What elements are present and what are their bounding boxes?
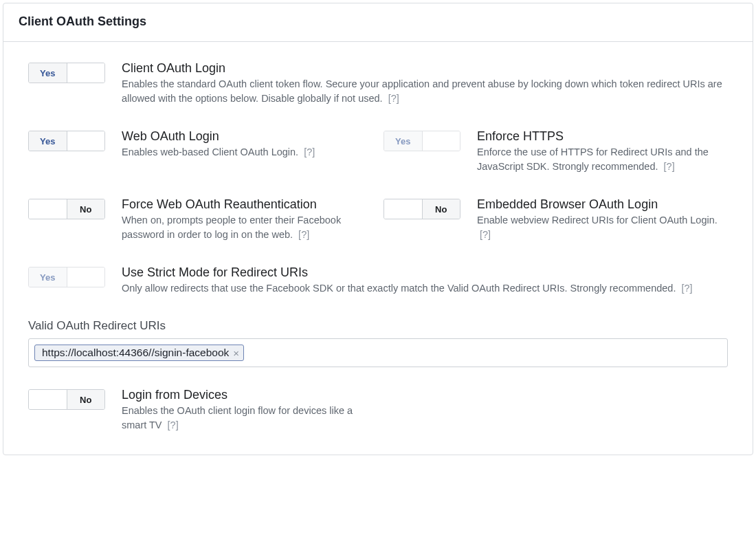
help-icon[interactable]: [?] (388, 93, 399, 104)
option-title: Embedded Browser OAuth Login (477, 197, 728, 212)
remove-token-icon[interactable]: × (233, 347, 239, 359)
option-title: Use Strict Mode for Redirect URIs (122, 265, 728, 280)
toggle-no: No (67, 131, 105, 151)
toggle-embedded-browser[interactable]: Yes No (383, 199, 460, 219)
help-icon[interactable]: [?] (664, 161, 675, 172)
toggle-force-reauth[interactable]: Yes No (28, 199, 105, 219)
redirect-uri-text: https://localhost:44366//signin-facebook (42, 347, 229, 359)
toggle-yes: Yes (29, 267, 67, 287)
help-icon[interactable]: [?] (480, 229, 491, 240)
help-icon[interactable]: [?] (304, 146, 315, 157)
panel-title: Client OAuth Settings (3, 3, 753, 42)
option-desc: Enables the OAuth client login flow for … (122, 404, 373, 433)
toggle-strict-mode: Yes No (28, 267, 105, 287)
option-desc: When on, prompts people to enter their F… (122, 213, 373, 242)
toggle-login-devices[interactable]: Yes No (28, 389, 105, 410)
toggle-web-oauth-login[interactable]: Yes No (28, 131, 105, 151)
oauth-settings-panel: Client OAuth Settings Yes No Client OAut… (3, 3, 753, 455)
toggle-client-oauth-login[interactable]: Yes No (28, 63, 105, 83)
toggle-yes: Yes (29, 131, 67, 151)
redirect-uris-input[interactable]: https://localhost:44366//signin-facebook… (28, 338, 728, 367)
option-strict-mode: Yes No Use Strict Mode for Redirect URIs… (28, 265, 728, 296)
redirect-uris-section: Valid OAuth Redirect URIs https://localh… (28, 319, 728, 367)
option-desc: Enables the standard OAuth client token … (122, 77, 728, 106)
option-desc: Enables web-based Client OAuth Login. [?… (122, 145, 373, 160)
toggle-no: No (422, 199, 460, 219)
option-force-reauth: Yes No Force Web OAuth Reauthentication … (28, 197, 373, 242)
help-icon[interactable]: [?] (168, 419, 179, 430)
option-enforce-https: Yes No Enforce HTTPS Enforce the use of … (383, 129, 728, 174)
option-web-oauth-login: Yes No Web OAuth Login Enables web-based… (28, 129, 373, 174)
panel-body: Yes No Client OAuth Login Enables the st… (3, 42, 753, 455)
toggle-enforce-https: Yes No (383, 131, 460, 151)
toggle-yes: Yes (384, 199, 422, 219)
option-desc: Enforce the use of HTTPS for Redirect UR… (477, 145, 728, 174)
toggle-yes: Yes (29, 199, 67, 219)
toggle-no: No (67, 267, 105, 287)
toggle-no: No (67, 390, 105, 409)
toggle-yes: Yes (29, 390, 67, 409)
option-title: Web OAuth Login (122, 129, 373, 144)
option-client-oauth-login: Yes No Client OAuth Login Enables the st… (28, 61, 728, 106)
redirect-uri-token[interactable]: https://localhost:44366//signin-facebook… (34, 345, 244, 361)
toggle-no: No (67, 199, 105, 219)
toggle-yes: Yes (384, 131, 422, 151)
help-icon[interactable]: [?] (682, 283, 693, 294)
option-embedded-browser: Yes No Embedded Browser OAuth Login Enab… (383, 197, 728, 242)
option-desc: Enable webview Redirect URIs for Client … (477, 213, 728, 242)
option-title: Force Web OAuth Reauthentication (122, 197, 373, 212)
toggle-no: No (67, 63, 105, 83)
toggle-no: No (422, 131, 460, 151)
option-login-devices: Yes No Login from Devices Enables the OA… (28, 388, 373, 433)
option-title: Client OAuth Login (122, 61, 728, 76)
help-icon[interactable]: [?] (298, 229, 309, 240)
option-title: Enforce HTTPS (477, 129, 728, 144)
option-desc: Only allow redirects that use the Facebo… (122, 281, 728, 296)
toggle-yes: Yes (29, 63, 67, 83)
option-title: Login from Devices (122, 388, 373, 402)
redirect-uris-label: Valid OAuth Redirect URIs (28, 319, 728, 333)
